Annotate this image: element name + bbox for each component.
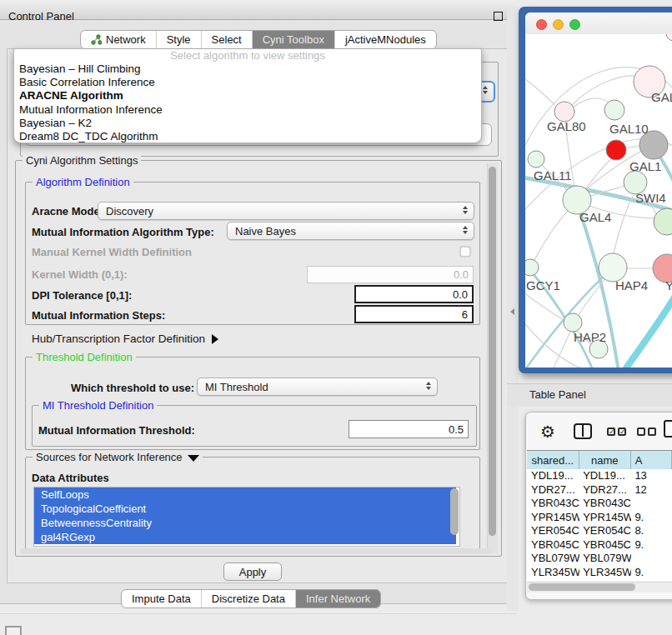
aracne-mode-select[interactable]: Discovery <box>98 202 474 220</box>
minimized-panel-icon[interactable] <box>5 626 22 635</box>
control-panel-tabs: Network Style Select Cyni Toolbox jActiv… <box>80 30 437 49</box>
split-collapse-icon[interactable] <box>510 308 514 315</box>
sources-title-label: Sources for Network Inference <box>36 451 183 463</box>
gear-icon[interactable]: ⚙ <box>540 421 555 442</box>
aracne-mode-label: Aracne Mode: <box>32 205 103 218</box>
tab-network-label: Network <box>106 33 146 46</box>
column-header-shared-name[interactable]: shared... <box>527 451 579 469</box>
dpi-tolerance-label: DPI Tolerance [0,1]: <box>32 289 132 302</box>
cyni-mode-tabs: Impute Data Discretize Data Infer Networ… <box>121 589 381 608</box>
control-panel-titlebar[interactable] <box>0 0 515 20</box>
kernel-width-field[interactable]: 0.0 <box>307 266 474 283</box>
table-row[interactable]: YER054CYER054C8. <box>527 524 672 538</box>
zoom-traffic-icon[interactable] <box>569 19 580 30</box>
network-window[interactable]: GALGAL80GAL10GAL1GAL11SWI4GAL4GCY1HAP4YH… <box>525 12 672 368</box>
network-node[interactable] <box>666 34 672 41</box>
hub-definition-expander[interactable]: Hub/Transcription Factor Definition <box>32 332 218 345</box>
table-row[interactable]: YBR043CYBR043C <box>527 497 672 511</box>
table-row[interactable]: YDL19...YDL19...13 <box>527 469 672 483</box>
table-row[interactable]: YBR045CYBR045C9. <box>527 538 672 552</box>
network-window-titlebar[interactable] <box>525 12 672 34</box>
tab-infer-network-label: Infer Network <box>306 592 370 605</box>
attribute-item[interactable]: TopologicalCoefficient <box>34 502 456 516</box>
algorithm-option[interactable]: Bayesian – K2 <box>14 117 481 130</box>
network-edge <box>624 293 672 368</box>
tab-cyni-toolbox[interactable]: Cyni Toolbox <box>252 31 334 48</box>
attributes-scrollbar[interactable] <box>450 488 459 535</box>
stepper-arrows-icon <box>463 226 468 234</box>
algorithm-definition-title: Algorithm Definition <box>33 176 133 188</box>
network-edge <box>525 288 564 320</box>
table-hscrollbar-thumb[interactable] <box>529 583 635 591</box>
data-attributes-label: Data Attributes <box>32 472 109 484</box>
table-rows: YDL19...YDL19...13YDR27...YDR27...12YBR0… <box>527 469 672 581</box>
network-node[interactable] <box>528 151 544 168</box>
tab-style[interactable]: Style <box>156 31 201 48</box>
network-node[interactable] <box>606 140 626 160</box>
tab-discretize-data-label: Discretize Data <box>212 592 285 605</box>
network-node[interactable] <box>599 253 627 282</box>
checked-box-icon[interactable]: ✓ <box>607 428 615 436</box>
close-traffic-icon[interactable] <box>536 19 547 30</box>
settings-scrollbar-thumb[interactable] <box>489 167 496 536</box>
network-canvas[interactable]: GALGAL80GAL10GAL1GAL11SWI4GAL4GCY1HAP4YH… <box>525 34 672 368</box>
attribute-item[interactable]: gal4RGexp <box>34 530 456 544</box>
which-threshold-select[interactable]: MI Threshold <box>197 378 438 396</box>
node-label: HAP4 <box>615 278 648 292</box>
dropdown-prompt: Select algorithm to view settings <box>14 49 481 62</box>
unchecked-box-icon[interactable] <box>637 428 645 436</box>
sources-title[interactable]: Sources for Network Inference <box>33 451 203 463</box>
tab-network[interactable]: Network <box>81 31 156 48</box>
table-row[interactable]: YIL052CYIL052C9 <box>527 579 672 581</box>
panel-title: Control Panel <box>8 10 74 22</box>
float-panel-icon[interactable] <box>494 12 503 21</box>
table-row[interactable]: YPR145WYPR145W9. <box>527 511 672 525</box>
algorithm-option[interactable]: Bayesian – Hill Climbing <box>14 62 481 76</box>
data-attributes-list[interactable]: SelfLoopsTopologicalCoefficientBetweenne… <box>33 487 460 547</box>
tab-impute-data-label: Impute Data <box>132 592 191 605</box>
attribute-item[interactable]: BetweennessCentrality <box>34 516 456 530</box>
tab-discretize-data[interactable]: Discretize Data <box>201 590 295 608</box>
algorithm-option[interactable]: Dream8 DC_TDC Algorithm <box>14 130 481 143</box>
tab-jactivemnodules[interactable]: jActiveMNodules <box>334 31 436 48</box>
node-label: SWI4 <box>635 191 666 205</box>
tab-select[interactable]: Select <box>201 31 252 48</box>
tab-select-label: Select <box>212 33 242 46</box>
mi-threshold-field[interactable]: 0.5 <box>349 420 469 438</box>
aracne-mode-value: Discovery <box>106 205 153 218</box>
column-header-name[interactable]: name <box>579 451 631 469</box>
unchecked-box-icon[interactable] <box>648 428 656 436</box>
network-node[interactable] <box>654 208 672 235</box>
algorithm-option[interactable]: Mutual Information Inference <box>14 103 481 117</box>
tab-infer-network[interactable]: Infer Network <box>295 590 380 608</box>
algorithm-option[interactable]: ARACNE Algorithm <box>14 89 481 102</box>
manual-kernel-checkbox[interactable] <box>459 246 471 258</box>
node-label: GAL11 <box>534 168 572 182</box>
table-row[interactable]: YLR345WYLR345W9. <box>527 566 672 580</box>
kernel-width-value: 0.0 <box>454 268 469 281</box>
columns-icon[interactable] <box>574 423 592 439</box>
attribute-item[interactable]: SelfLoops <box>34 488 456 502</box>
network-node[interactable] <box>525 259 539 276</box>
mi-type-select[interactable]: Naive Bayes <box>227 222 474 240</box>
network-edge <box>534 208 570 262</box>
node-label: GCY1 <box>526 278 560 292</box>
table-row[interactable]: YBL079WYBL079W <box>527 552 672 566</box>
tab-impute-data[interactable]: Impute Data <box>122 590 201 608</box>
checked-box-icon[interactable]: ✓ <box>618 428 626 436</box>
stepper-arrows-icon <box>463 206 468 214</box>
column-header-cut[interactable]: A <box>631 451 672 469</box>
node-label: GAL1 <box>629 159 661 173</box>
minimize-traffic-icon[interactable] <box>553 19 564 30</box>
apply-button[interactable]: Apply <box>223 562 282 581</box>
mi-steps-field[interactable]: 6 <box>354 305 474 323</box>
table-row[interactable]: YDR27...YDR27...12 <box>527 483 672 498</box>
document-icon[interactable] <box>664 420 672 438</box>
network-node[interactable] <box>564 313 582 332</box>
mi-steps-value: 6 <box>462 308 468 321</box>
algorithm-option[interactable]: Basic Correlation Inference <box>14 76 481 89</box>
mi-type-label: Mutual Information Algorithm Type: <box>32 226 214 238</box>
dpi-tolerance-field[interactable]: 0.0 <box>354 285 474 303</box>
network-node[interactable] <box>604 100 624 120</box>
mi-steps-label: Mutual Information Steps: <box>32 309 165 322</box>
